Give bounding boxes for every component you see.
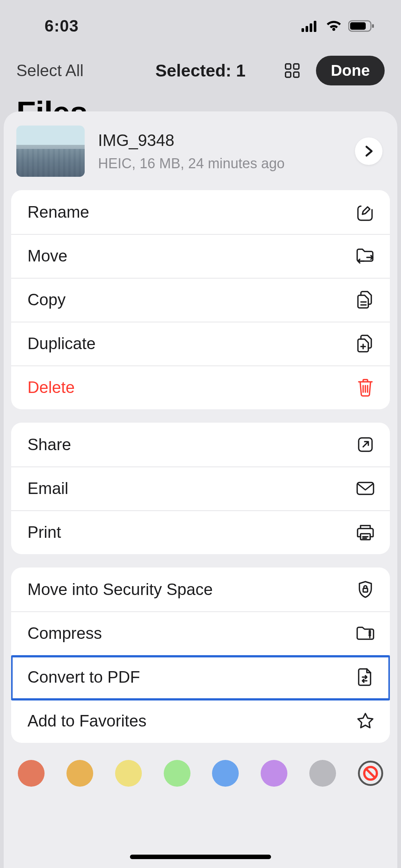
compress-item[interactable]: Compress [11, 611, 390, 655]
grid-icon [284, 62, 300, 79]
action-sheet: IMG_9348 HEIC, 16 MB, 24 minutes ago Ren… [4, 111, 397, 868]
duplicate-item[interactable]: Duplicate [11, 322, 390, 365]
menu-label: Rename [27, 203, 89, 221]
menu-label: Print [27, 523, 61, 542]
menu-label: Move into Security Space [27, 580, 213, 599]
file-meta: HEIC, 16 MB, 24 minutes ago [98, 156, 342, 172]
select-all-button[interactable]: Select All [16, 61, 84, 80]
menu-label: Convert to PDF [27, 668, 140, 686]
menu-label: Move [27, 247, 68, 265]
tag-yellow[interactable] [115, 760, 142, 787]
chevron-right-icon [363, 145, 374, 157]
file-name: IMG_9348 [98, 131, 342, 150]
svg-rect-10 [294, 72, 299, 77]
share-icon [356, 435, 375, 454]
trash-icon [356, 378, 375, 397]
menu-label: Copy [27, 290, 66, 309]
file-thumbnail [16, 126, 85, 177]
delete-item[interactable]: Delete [11, 365, 390, 409]
svg-rect-0 [301, 28, 304, 32]
convert-icon [356, 667, 375, 687]
menu-label: Duplicate [27, 334, 95, 353]
tag-red[interactable] [18, 760, 45, 787]
wifi-icon [325, 20, 342, 32]
tag-blue[interactable] [212, 760, 239, 787]
menu-label: Share [27, 435, 71, 454]
star-icon [356, 711, 375, 731]
svg-rect-5 [350, 22, 366, 30]
favorite-item[interactable]: Add to Favorites [11, 699, 390, 743]
status-bar: 6:03 [0, 0, 401, 52]
duplicate-icon [356, 334, 375, 353]
convert-pdf-item[interactable]: Convert to PDF [11, 655, 390, 699]
copy-icon [356, 290, 375, 309]
tag-purple[interactable] [261, 760, 287, 787]
rename-icon [356, 202, 375, 222]
grid-view-button[interactable] [283, 62, 301, 79]
done-button[interactable]: Done [316, 56, 385, 85]
tag-gray[interactable] [309, 760, 336, 787]
menu-group-file-ops: Rename Move Copy Duplicate Delete [11, 190, 390, 409]
print-item[interactable]: Print [11, 510, 390, 554]
nav-bar: Select All Selected: 1 Done [0, 52, 401, 96]
svg-rect-12 [357, 482, 374, 494]
home-indicator[interactable] [130, 855, 271, 859]
envelope-icon [356, 479, 375, 498]
svg-rect-6 [372, 24, 374, 28]
file-header[interactable]: IMG_9348 HEIC, 16 MB, 24 minutes ago [11, 123, 390, 190]
tag-green[interactable] [164, 760, 190, 787]
status-time: 6:03 [45, 17, 79, 35]
color-tags-row [11, 756, 390, 787]
menu-label: Compress [27, 624, 102, 643]
svg-rect-3 [314, 21, 316, 32]
move-item[interactable]: Move [11, 234, 390, 278]
rename-item[interactable]: Rename [11, 190, 390, 234]
selection-count: Selected: 1 [156, 61, 246, 81]
security-space-item[interactable]: Move into Security Space [11, 568, 390, 611]
cellular-icon [301, 20, 319, 32]
menu-label: Email [27, 479, 68, 498]
no-entry-icon [363, 766, 378, 781]
menu-group-more: Move into Security Space Compress Conver… [11, 568, 390, 743]
menu-label: Delete [27, 378, 75, 397]
email-item[interactable]: Email [11, 466, 390, 510]
move-icon [356, 246, 375, 266]
battery-icon [348, 20, 375, 32]
svg-rect-7 [286, 64, 291, 69]
archive-icon [356, 624, 375, 643]
menu-label: Add to Favorites [27, 712, 146, 730]
status-icons [301, 20, 375, 32]
printer-icon [356, 523, 375, 542]
file-details-button[interactable] [355, 137, 382, 165]
svg-rect-8 [294, 64, 299, 69]
tag-orange[interactable] [66, 760, 93, 787]
copy-item[interactable]: Copy [11, 278, 390, 322]
svg-rect-9 [286, 72, 291, 77]
svg-rect-1 [306, 26, 308, 32]
tag-none[interactable] [358, 761, 383, 786]
svg-rect-2 [310, 23, 312, 32]
menu-group-share: Share Email Print [11, 423, 390, 554]
share-item[interactable]: Share [11, 423, 390, 466]
shield-lock-icon [356, 580, 375, 599]
